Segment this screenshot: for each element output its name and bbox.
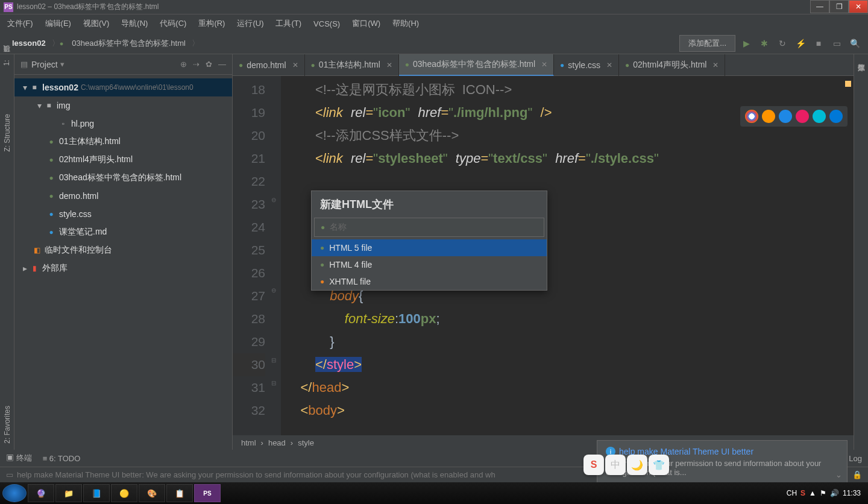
menu-bar: 文件(F) 编辑(E) 视图(V) 导航(N) 代码(C) 重构(R) 运行(U… <box>0 14 868 33</box>
chevron-down-icon[interactable]: ▾ <box>60 60 64 69</box>
coverage-icon[interactable]: ↻ <box>775 36 790 51</box>
tray-up-icon[interactable]: ▲ <box>809 489 816 497</box>
close-icon[interactable]: ✕ <box>292 61 298 69</box>
menu-refactor[interactable]: 重构(R) <box>195 17 228 30</box>
taskbar-app-phpstorm[interactable]: PS <box>194 484 221 502</box>
tree-file[interactable]: ▫hl.png <box>14 115 232 133</box>
tree-folder-img[interactable]: ▾■ img <box>14 96 232 115</box>
ime-zhong-icon[interactable]: 中 <box>605 455 626 475</box>
taskbar-app[interactable]: 📘 <box>83 484 110 502</box>
todo-tab[interactable]: ≡ 6: TODO <box>43 454 81 463</box>
status-icon: ▭ <box>6 470 13 479</box>
tree-root[interactable]: ▾■ lesson02 C:\wamp64\www\online\01\less… <box>14 78 232 96</box>
hide-icon[interactable]: — <box>218 60 226 69</box>
stop-icon[interactable]: ■ <box>811 36 826 51</box>
close-icon[interactable]: ✕ <box>606 61 612 69</box>
chevron-down-icon[interactable]: ⌄ <box>835 470 842 479</box>
close-icon[interactable]: ✕ <box>386 61 392 69</box>
tree-file[interactable]: ●01主体结构.html <box>14 133 232 151</box>
taskbar-app[interactable]: 🔮 <box>28 484 54 502</box>
taskbar-app[interactable]: 📁 <box>55 484 82 502</box>
chevron-right-icon: 〉 <box>52 38 60 49</box>
profiler-icon[interactable]: ⚡ <box>793 36 808 51</box>
menu-edit[interactable]: 编辑(E) <box>42 17 75 30</box>
start-button[interactable] <box>2 484 27 502</box>
menu-file[interactable]: 文件(F) <box>4 17 37 30</box>
opera-icon[interactable] <box>796 110 809 123</box>
close-icon[interactable]: ✕ <box>541 60 547 69</box>
tree-file[interactable]: ●02html4声明头.html <box>14 151 232 169</box>
popup-name-input[interactable]: ● 名称 <box>314 218 544 237</box>
edge-icon[interactable] <box>829 110 843 123</box>
breadcrumb-file[interactable]: 03head标签中常包含的标签.html <box>66 36 192 51</box>
tree-file[interactable]: ●课堂笔记.md <box>14 223 232 241</box>
crumb-style[interactable]: style <box>298 438 314 447</box>
editor-tab[interactable]: ●01主体结构.html✕ <box>305 54 399 76</box>
popup-option-html4[interactable]: ●HTML 4 file <box>312 256 547 273</box>
taskbar-app[interactable]: 📋 <box>166 484 193 502</box>
tree-file[interactable]: ●demo.html <box>14 187 232 205</box>
tray-flag-icon[interactable]: ⚑ <box>820 489 826 497</box>
expand-icon[interactable]: ⇢ <box>193 60 200 69</box>
terminal-tab[interactable]: ▣ 终端 <box>6 453 32 464</box>
error-stripe-marker[interactable] <box>845 81 851 87</box>
sidebar-tab-project[interactable]: 1: 项目 <box>2 58 12 66</box>
tree-file[interactable]: ●style.css <box>14 205 232 223</box>
windows-taskbar: 🔮 📁 📘 🟡 🎨 📋 PS CH S ▲ ⚑ 🔊 11:33 <box>0 482 868 504</box>
close-icon[interactable]: ✕ <box>712 61 719 69</box>
maximize-button[interactable]: ❐ <box>829 0 849 13</box>
tray-lang[interactable]: CH <box>787 489 797 497</box>
browser-preview-icons <box>740 106 848 127</box>
crumb-head[interactable]: head <box>268 438 286 447</box>
ie-icon[interactable] <box>813 110 826 123</box>
window-close-button[interactable]: ✕ <box>849 0 868 13</box>
editor-tab-bar: ●demo.html✕ ●01主体结构.html✕ ●03head标签中常包含的… <box>233 54 854 76</box>
tray-volume-icon[interactable]: 🔊 <box>830 489 839 497</box>
menu-vcs[interactable]: VCS(S) <box>310 18 344 30</box>
moon-icon[interactable]: 🌙 <box>627 455 647 475</box>
lock-icon[interactable]: 🔒 <box>852 470 862 479</box>
shirt-icon[interactable]: 👕 <box>649 455 669 475</box>
editor-tab[interactable]: ●demo.html✕ <box>233 54 305 76</box>
project-label[interactable]: Project <box>31 60 58 69</box>
sidebar-tab-structure[interactable]: Z: Structure <box>3 114 11 152</box>
locate-icon[interactable]: ⊕ <box>180 60 187 69</box>
sidebar-tab-favorites[interactable]: 2: Favorites <box>3 406 11 444</box>
tray-time[interactable]: 11:33 <box>843 489 861 497</box>
right-tool-rail: 数据库 <box>854 54 868 450</box>
editor-tab-active[interactable]: ●03head标签中常包含的标签.html✕ <box>399 54 554 76</box>
editor-tab[interactable]: ●02html4声明头.html✕ <box>619 54 725 76</box>
menu-window[interactable]: 窗口(W) <box>348 17 384 30</box>
crumb-html[interactable]: html <box>241 438 256 447</box>
menu-run[interactable]: 运行(U) <box>233 17 267 30</box>
taskbar-app[interactable]: 🎨 <box>139 484 165 502</box>
search-icon[interactable]: 🔍 <box>848 36 862 51</box>
firefox-icon[interactable] <box>762 110 775 123</box>
popup-option-html5[interactable]: ●HTML 5 file <box>312 239 547 256</box>
sogou-icon[interactable]: S <box>583 455 604 475</box>
project-tree: ▾■ lesson02 C:\wamp64\www\online\01\less… <box>14 75 232 281</box>
menu-code[interactable]: 代码(C) <box>156 17 190 30</box>
breadcrumb-project[interactable]: lesson02 <box>6 37 52 49</box>
chrome-icon[interactable] <box>745 110 758 123</box>
menu-tools[interactable]: 工具(T) <box>272 17 305 30</box>
tree-scratches[interactable]: ◧临时文件和控制台 <box>14 241 232 259</box>
fold-strip: ⊖ ⊖ ⊟ ⊟ <box>270 76 281 435</box>
safari-icon[interactable] <box>779 110 792 123</box>
layout-icon[interactable]: ▭ <box>829 36 844 51</box>
taskbar-app[interactable]: 🟡 <box>111 484 137 502</box>
menu-view[interactable]: 视图(V) <box>80 17 113 30</box>
tree-file[interactable]: ●03head标签中常包含的标签.html <box>14 169 232 187</box>
settings-icon[interactable]: ✿ <box>206 60 212 69</box>
popup-option-xhtml[interactable]: ●XHTML file <box>312 273 547 290</box>
menu-help[interactable]: 帮助(H) <box>389 17 423 30</box>
debug-icon[interactable]: ✱ <box>757 36 772 51</box>
tray-sogou-icon[interactable]: S <box>800 489 805 497</box>
project-panel: ▤ Project ▾ ⊕ ⇢ ✿ — ▾■ lesson02 C:\wamp6… <box>14 54 233 450</box>
menu-navigate[interactable]: 导航(N) <box>118 17 151 30</box>
minimize-button[interactable]: — <box>810 0 829 13</box>
tree-external-libs[interactable]: ▸▮外部库 <box>14 259 232 277</box>
run-config-dropdown[interactable]: 添加配置... <box>679 35 735 52</box>
run-icon[interactable]: ▶ <box>739 36 753 51</box>
editor-tab[interactable]: ●style.css✕ <box>554 54 619 76</box>
